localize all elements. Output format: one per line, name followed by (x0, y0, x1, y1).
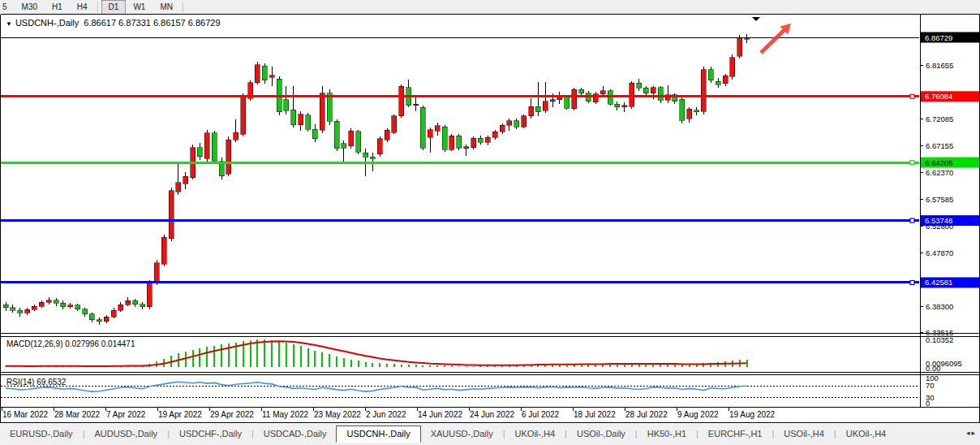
candle-body-up (226, 140, 231, 174)
candle-body-up (126, 300, 131, 305)
hline-handle[interactable] (910, 280, 914, 284)
candle-body-down (370, 157, 375, 158)
candle-body-up (449, 136, 454, 149)
hline-handle[interactable] (910, 161, 914, 165)
chart-window: 6.816556.720856.671556.623706.575856.528… (0, 14, 980, 424)
price-badge-label: 6.86729 (925, 33, 952, 42)
macd-histogram-bar (278, 341, 280, 367)
macd-histogram-bar (415, 365, 417, 367)
date-axis-label: 2 Jun 2022 (366, 410, 406, 419)
candle-body-down (716, 81, 720, 84)
tab-ukoil-h4[interactable]: UKOil-,H4 (836, 426, 896, 442)
candle-body-down (97, 320, 101, 322)
candle-body-up (169, 191, 174, 239)
candle-body-down (133, 300, 138, 304)
tab-audusd-daily[interactable]: AUDUSD-,Daily (84, 426, 167, 442)
tab-usdcnh-daily[interactable]: USDCNH-,Daily (336, 426, 420, 443)
macd-indicator-label: MACD(12,26,9) 0.027996 0.014471 (6, 339, 135, 348)
date-axis-label: 29 Apr 2022 (210, 410, 254, 419)
chart-ohlc-values: 6.86617 6.87331 6.86157 6.86729 (84, 18, 220, 28)
toolbar-separator (97, 2, 99, 12)
date-axis-label: 19 Apr 2022 (158, 410, 202, 419)
candle-body-down (658, 88, 663, 101)
macd-histogram-bar (473, 366, 475, 367)
macd-histogram-bar (293, 344, 294, 367)
date-axis-label: 19 Aug 2022 (729, 410, 776, 419)
macd-histogram-bar (379, 363, 380, 367)
price-chart[interactable]: 6.816556.720856.671556.623706.575856.528… (0, 14, 980, 424)
tab-scroll-left-icon[interactable]: ◂ (966, 429, 970, 437)
tab-ukoil-h4[interactable]: UKOil-,H4 (505, 426, 565, 442)
timeframe-button-mn[interactable]: MN (153, 0, 180, 14)
candle-body-up (32, 306, 37, 309)
candle-body-down (535, 106, 540, 112)
date-axis-label: 23 May 2022 (314, 410, 361, 419)
candle-body-up (485, 137, 490, 142)
rsi-pane (1, 382, 919, 398)
tab-usoil-daily[interactable]: USOil-,Daily (567, 426, 635, 442)
timeframe-button-h1[interactable]: H1 (45, 0, 70, 14)
candle-body-up (414, 104, 419, 105)
timeframe-button-m30[interactable]: M30 (15, 0, 45, 14)
date-axis-label: 18 Jul 2022 (574, 410, 616, 419)
candle-body-up (46, 300, 51, 303)
tab-usdchf-daily[interactable]: USDCHF-,Daily (170, 426, 251, 442)
macd-histogram-bar (350, 360, 352, 367)
candle-body-up (385, 130, 389, 140)
candle-body-up (471, 138, 476, 148)
macd-histogram-bar (206, 347, 208, 367)
macd-histogram-bar (314, 351, 316, 367)
rsi-line (6, 382, 747, 391)
date-axis-label: 24 Jun 2022 (470, 410, 514, 419)
candle-body-down (694, 110, 699, 112)
timeframe-button-w1[interactable]: W1 (126, 0, 153, 14)
candle-body-up (234, 132, 239, 140)
rsi-axis-label: 0 (926, 399, 930, 408)
trend-arrow-annotation[interactable] (759, 24, 791, 54)
tab-eurusd-daily[interactable]: EURUSD-,Daily (0, 426, 83, 442)
macd-histogram-bar (444, 365, 445, 367)
candle-body-down (615, 104, 620, 106)
timeframe-button-5[interactable]: 5 (0, 0, 15, 14)
candle-body-up (299, 114, 303, 125)
candle-body-down (61, 303, 66, 307)
tab-eurchf-h1[interactable]: EURCHF-,H1 (698, 426, 772, 442)
horizontal-price-lines[interactable] (1, 37, 919, 284)
tab-hk50-h1[interactable]: HK50-,H1 (638, 426, 696, 442)
price-marker-triangle-icon[interactable] (752, 17, 760, 21)
price-axis-tick-label: 6.67155 (926, 141, 953, 150)
candle-body-down (306, 115, 311, 129)
macd-histogram-bar (336, 356, 337, 367)
macd-histogram-bar (329, 354, 330, 367)
tab-usdcad-daily[interactable]: USDCAD-,Daily (254, 426, 337, 442)
candle-body-down (140, 305, 145, 307)
candle-body-down (637, 83, 642, 88)
tab-usoil-h4[interactable]: USOil-,H4 (774, 426, 834, 442)
hline-handle[interactable] (910, 94, 914, 98)
timeframe-button-d1[interactable]: D1 (101, 0, 127, 14)
tab-xauusd-daily[interactable]: XAUUSD-,Daily (421, 426, 503, 442)
candle-body-down (356, 132, 361, 152)
symbol-dropdown-icon[interactable]: ▼ (6, 20, 12, 28)
date-axis-label: 9 Aug 2022 (677, 410, 719, 419)
candle-body-up (104, 317, 109, 321)
hline-handle[interactable] (910, 218, 914, 222)
macd-histogram-bar (436, 365, 438, 367)
candle-body-down (75, 305, 80, 309)
macd-histogram-bar (213, 346, 215, 367)
timeframe-button-h4[interactable]: H4 (70, 0, 95, 14)
candle-body-up (600, 91, 605, 94)
tab-scroll-right-icon[interactable]: ▸ (971, 429, 975, 437)
candle-body-down (579, 89, 584, 93)
candle-body-up (147, 283, 152, 307)
macd-histogram-bar (185, 352, 187, 367)
candle-body-up (204, 133, 209, 158)
candle-body-down (291, 110, 296, 124)
date-axis-label: 28 Jul 2022 (625, 410, 668, 419)
chart-title: ▼USDCNH-,Daily 6.86617 6.87331 6.86157 6… (6, 18, 221, 28)
date-axis-label: 14 Jun 2022 (418, 410, 462, 419)
candle-body-up (255, 65, 260, 83)
candle-body-down (312, 129, 317, 139)
candle-body-down (18, 310, 23, 313)
price-badge-label: 6.76084 (925, 92, 952, 101)
